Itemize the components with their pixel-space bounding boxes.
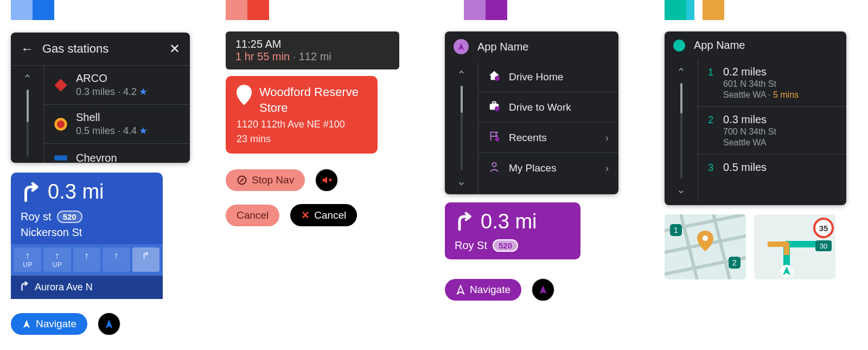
scroll-up-icon[interactable]: ⌃ xyxy=(457,68,466,81)
result-list: ARCO 0.3 miles · 4.2 ★ Shell 0.5 miles ·… xyxy=(44,66,190,163)
scroll-col: ⌃ ⌄ xyxy=(445,62,478,194)
menu-label: My Places xyxy=(509,162,557,174)
menu-item-recents[interactable]: Recents › xyxy=(478,123,618,153)
menu-item-places[interactable]: My Places › xyxy=(478,153,618,183)
lane-label: UP xyxy=(53,261,62,269)
mute-button[interactable] xyxy=(315,168,339,192)
person-icon xyxy=(488,161,500,175)
svg-point-5 xyxy=(495,76,500,81)
destination-eta: 23 mins xyxy=(237,133,367,145)
navigate-label: Navigate xyxy=(470,284,510,296)
result-addr: 700 N 34th St xyxy=(723,127,776,137)
nav-street2: Nickerson St xyxy=(21,226,82,239)
turn-right-icon xyxy=(455,210,474,235)
scroll-down-icon[interactable]: ⌄ xyxy=(676,183,686,196)
svg-point-9 xyxy=(495,137,499,141)
map-pin-2-icon: 2 xyxy=(729,257,741,269)
result-name: ARCO xyxy=(76,72,148,85)
list-item[interactable]: 3 0.5 miles xyxy=(698,155,846,180)
list-item[interactable]: ARCO 0.3 miles · 4.2 ★ xyxy=(44,66,190,105)
navigate-button[interactable]: Navigate xyxy=(11,313,87,335)
stop-nav-button[interactable]: Stop Nav xyxy=(226,169,305,191)
result-number: 3 xyxy=(708,161,716,174)
scroll-col: ⌃ xyxy=(11,66,44,163)
cancel-button[interactable]: Cancel xyxy=(226,205,279,226)
destination-card[interactable]: Woodford Reserve Store 1120 112th Ave NE… xyxy=(226,76,378,154)
lane-arrow-icon: ↑ xyxy=(55,251,60,260)
list-item[interactable]: Shell 0.5 miles · 4.4 ★ xyxy=(44,105,190,144)
svg-point-10 xyxy=(492,163,496,167)
map-thumbnail[interactable]: 1 2 xyxy=(665,214,746,279)
brand-logo-icon xyxy=(53,150,68,163)
menu-item-home[interactable]: Drive Home xyxy=(478,62,618,92)
app-icon xyxy=(673,40,685,52)
result-title: 0.5 miles xyxy=(723,161,767,174)
result-number: 2 xyxy=(708,113,716,148)
home-icon xyxy=(488,69,500,84)
scrollbar[interactable] xyxy=(680,83,682,179)
navigate-button[interactable]: Navigate xyxy=(445,279,521,301)
briefcase-icon xyxy=(488,100,500,114)
turn-right-icon xyxy=(20,281,29,294)
lane-arrow-icon: ↑ xyxy=(84,251,90,260)
svg-rect-3 xyxy=(54,155,67,160)
scroll-up-icon[interactable]: ⌃ xyxy=(23,72,32,85)
menu-item-work[interactable]: Drive to Work xyxy=(478,92,618,123)
brand-logo-icon xyxy=(53,78,68,93)
navigate-label: Navigate xyxy=(36,318,76,330)
col1-tabs xyxy=(11,0,54,20)
result-title: 0.3 miles xyxy=(723,113,776,126)
scroll-down-icon[interactable]: ⌄ xyxy=(457,175,466,188)
navigate-icon xyxy=(22,319,31,329)
scroll-up-icon[interactable]: ⌃ xyxy=(676,66,686,79)
col4-tabs xyxy=(665,0,724,20)
result-number: 1 xyxy=(708,66,716,100)
stop-icon xyxy=(237,175,247,186)
star-icon: ★ xyxy=(139,86,148,98)
result-name: Chevron xyxy=(76,152,117,163)
compass-icon xyxy=(538,284,548,295)
compass-button[interactable] xyxy=(97,312,121,336)
svg-marker-0 xyxy=(54,79,67,91)
svg-text:30: 30 xyxy=(820,242,827,250)
compass-button[interactable] xyxy=(531,278,555,302)
tab-dark xyxy=(247,0,269,20)
tab-light xyxy=(11,0,33,20)
tab3 xyxy=(703,0,724,20)
back-icon[interactable]: ← xyxy=(21,41,34,56)
cancel-button-outline[interactable]: ✕ Cancel xyxy=(289,203,358,227)
lane-arrow-icon: ↑ xyxy=(114,251,119,260)
star-icon: ★ xyxy=(139,125,148,137)
list-item[interactable]: 2 0.3 miles 700 N 34th St Seattle WA xyxy=(698,107,846,155)
map-pin-icon xyxy=(237,85,252,105)
list-item[interactable]: 1 0.2 miles 601 N 34th St Seattle WA · 5… xyxy=(698,59,846,107)
result-eta: 5 mins xyxy=(773,90,799,99)
tab-dark xyxy=(33,0,54,20)
result-sub: 0.3 miles · 4.2 ★ xyxy=(76,86,148,98)
scrollbar[interactable] xyxy=(461,86,463,170)
eta-time: 11:25 AM xyxy=(235,38,390,50)
scroll-col: ⌃ ⌄ xyxy=(665,59,698,202)
list-item[interactable]: Chevron xyxy=(44,144,190,163)
map-thumbnail[interactable]: 35 30 xyxy=(754,214,835,279)
svg-text:1: 1 xyxy=(674,226,678,234)
eta-distance: · 112 mi xyxy=(290,50,331,62)
stop-nav-label: Stop Nav xyxy=(252,174,294,186)
close-icon[interactable]: ✕ xyxy=(169,41,180,56)
nav-distance: 0.3 mi xyxy=(481,210,537,233)
tab2 xyxy=(686,0,694,20)
cancel-label: Cancel xyxy=(314,209,346,221)
chevron-right-icon: › xyxy=(605,132,609,144)
app-icon xyxy=(454,39,469,54)
tab-light xyxy=(464,0,486,20)
scrollbar[interactable] xyxy=(27,90,29,157)
header-title: Gas stations xyxy=(42,42,108,56)
destination-address: 1120 112th Ave NE #100 xyxy=(237,119,367,130)
compass-icon xyxy=(104,319,114,329)
menu-label: Recents xyxy=(509,132,547,144)
mute-icon xyxy=(321,174,333,186)
destination-name: Woodford Reserve Store xyxy=(259,85,367,116)
route-badge: 520 xyxy=(57,211,82,223)
nav-street1: Roy st xyxy=(21,211,52,223)
result-sub: 0.5 miles · 4.4 ★ xyxy=(76,125,148,137)
